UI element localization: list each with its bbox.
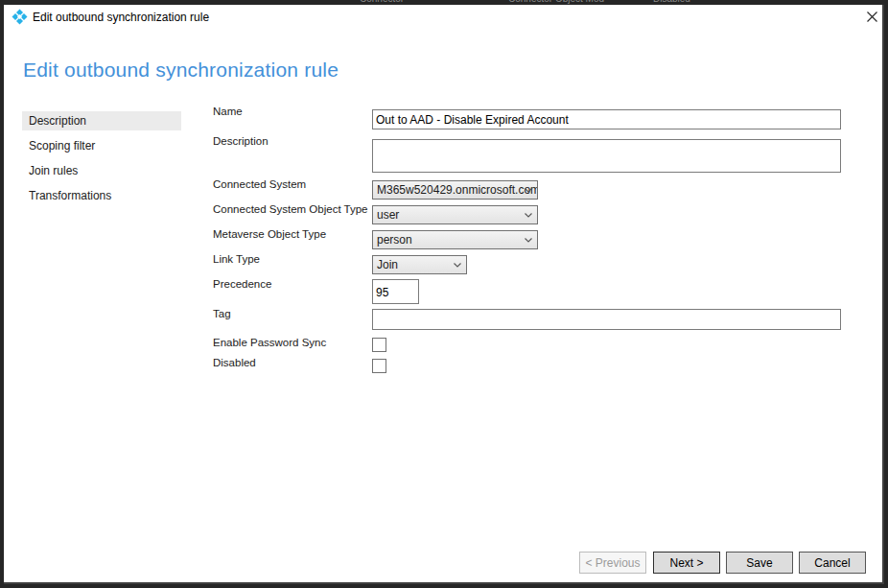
chevron-down-icon [525,213,532,218]
enable-password-sync-checkbox[interactable] [372,338,386,352]
metaverse-object-type-select[interactable]: person [372,230,538,249]
chevron-down-icon [525,188,532,193]
name-input[interactable] [372,109,841,129]
tag-label: Tag [213,308,231,319]
sidebar-item-description[interactable]: Description [22,111,181,130]
tag-input[interactable] [372,309,841,330]
name-label: Name [213,106,243,117]
title-bar: Edit outbound synchronization rule [4,5,882,35]
background-text-fragment: Disabled [653,0,690,4]
close-button[interactable] [862,7,881,26]
description-label: Description [213,135,269,147]
background-text-fragment: Connector Object Mod [508,0,604,4]
enable-password-sync-label: Enable Password Sync [213,337,326,348]
link-type-label: Link Type [213,253,260,265]
chevron-down-icon [454,263,461,268]
connected-system-object-type-select[interactable]: user [372,205,538,224]
sidebar-item-join-rules[interactable]: Join rules [22,161,181,180]
sidebar-item-transformations[interactable]: Transformations [22,186,181,205]
connected-system-object-type-value: user [377,208,399,222]
close-icon [866,11,878,23]
description-input[interactable] [372,139,841,173]
cancel-button[interactable]: Cancel [799,552,866,574]
edit-sync-rule-dialog: Edit outbound synchronization rule Edit … [4,5,884,584]
previous-button[interactable]: < Previous [579,552,646,574]
connected-system-label: Connected System [213,178,306,190]
disabled-checkbox[interactable] [372,359,386,373]
disabled-label: Disabled [213,357,256,368]
connected-system-select[interactable]: M365w520429.onmicrosoft.com [372,180,538,200]
link-type-select[interactable]: Join [372,255,467,274]
next-button[interactable]: Next > [653,552,720,574]
save-button[interactable]: Save [726,552,793,574]
sync-rules-editor-icon [12,9,28,25]
metaverse-object-type-value: person [377,233,412,247]
connected-system-value: M365w520429.onmicrosoft.com [377,183,538,197]
page-title: Edit outbound synchronization rule [23,59,339,82]
sidebar-item-scoping-filter[interactable]: Scoping filter [22,136,181,155]
background-text-fragment: Connector [360,0,404,4]
chevron-down-icon [525,238,532,243]
link-type-value: Join [377,258,398,271]
connected-system-object-type-label: Connected System Object Type [213,203,368,215]
sidebar: Description Scoping filter Join rules Tr… [22,111,181,211]
precedence-input[interactable] [372,279,419,304]
metaverse-object-type-label: Metaverse Object Type [213,228,326,240]
window-title: Edit outbound synchronization rule [33,10,209,25]
precedence-label: Precedence [213,278,271,290]
